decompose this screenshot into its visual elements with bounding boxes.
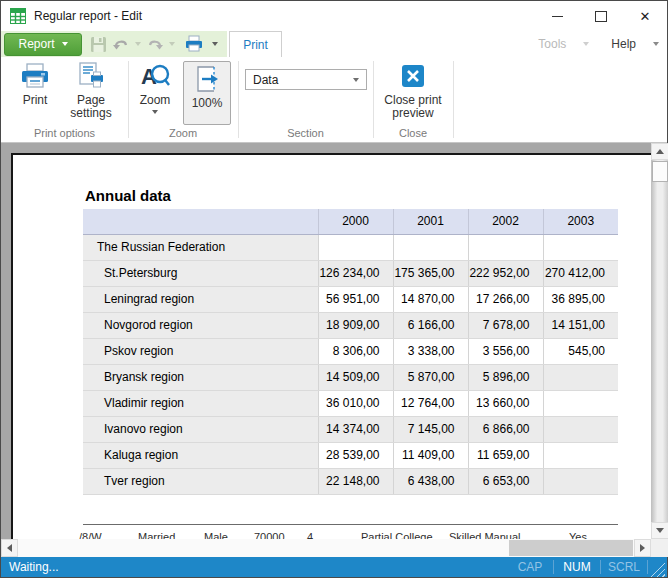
horizontal-scrollbar[interactable] xyxy=(1,539,651,557)
minimize-button[interactable] xyxy=(535,1,579,31)
maximize-button[interactable] xyxy=(579,1,623,31)
table-cell xyxy=(393,234,468,260)
table-cell: 14 151,00 xyxy=(543,312,618,338)
arrow-left-icon xyxy=(7,544,12,552)
table-cell: 14 870,00 xyxy=(393,286,468,312)
redo-dropdown-icon[interactable] xyxy=(169,42,175,46)
clipped-cell-text: Married xyxy=(138,531,175,539)
help-dropdown-icon[interactable] xyxy=(653,42,659,46)
table-row: Pskov region8 306,003 338,003 556,00545,… xyxy=(83,338,618,364)
page-settings-label: Page settings xyxy=(64,94,118,120)
report-title: Annual data xyxy=(85,187,171,204)
table-cell xyxy=(543,234,618,260)
tab-print[interactable]: Print xyxy=(229,31,282,57)
status-message: Waiting... xyxy=(9,560,59,574)
clipped-cell-text: Skilled Manual xyxy=(449,531,521,539)
status-flag-num: NUM xyxy=(554,560,600,574)
vertical-scroll-thumb[interactable] xyxy=(652,161,668,182)
scroll-left-button[interactable] xyxy=(1,539,18,557)
table-cell: 12 764,00 xyxy=(393,390,468,416)
horizontal-scroll-thumb[interactable] xyxy=(509,540,633,556)
group-label-zoom: Zoom xyxy=(128,127,238,139)
table-cell: 6 438,00 xyxy=(393,468,468,494)
table-cell: 3 556,00 xyxy=(468,338,543,364)
scroll-right-button[interactable] xyxy=(634,539,651,557)
table-cell: 11 659,00 xyxy=(468,442,543,468)
report-page: Annual data 2000200120022003The Russian … xyxy=(11,153,651,539)
section-select-caret-icon xyxy=(353,78,359,82)
group-label-close: Close xyxy=(373,127,453,139)
table-row: Vladimir region36 010,0012 764,0013 660,… xyxy=(83,390,618,416)
table-row: Novgorod region18 909,006 166,007 678,00… xyxy=(83,312,618,338)
undo-icon[interactable] xyxy=(112,36,130,52)
row-label: Novgorod region xyxy=(83,312,318,338)
help-menu[interactable]: Help xyxy=(611,37,636,51)
clipped-cell-text: Partial College xyxy=(361,531,433,539)
arrow-right-icon xyxy=(640,544,645,552)
row-label: Vladimir region xyxy=(83,390,318,416)
table-cell: 7 678,00 xyxy=(468,312,543,338)
tools-dropdown-icon[interactable] xyxy=(583,42,589,46)
table-cell xyxy=(543,416,618,442)
zoom-dropdown-button[interactable]: A Zoom xyxy=(132,61,178,114)
row-label: Bryansk region xyxy=(83,364,318,390)
print-dropdown-icon[interactable] xyxy=(212,42,218,46)
app-icon xyxy=(10,8,26,24)
scroll-down-button[interactable] xyxy=(651,522,668,539)
close-button[interactable]: ✕ xyxy=(623,1,667,31)
print-quick-icon[interactable] xyxy=(184,35,204,53)
scroll-up-button[interactable] xyxy=(651,143,668,160)
page-settings-button[interactable]: Page settings xyxy=(63,61,119,120)
table-cell: 7 145,00 xyxy=(393,416,468,442)
clipped-cell-text: Yes xyxy=(569,531,587,539)
tools-menu[interactable]: Tools xyxy=(538,37,566,51)
toolbar-row: Report xyxy=(1,31,667,57)
tab-print-label: Print xyxy=(243,38,268,52)
zoom-caret-icon xyxy=(152,110,158,114)
group-label-section: Section xyxy=(238,127,373,139)
redo-icon[interactable] xyxy=(146,36,164,52)
table-cell: 6 866,00 xyxy=(468,416,543,442)
zoom-100-button[interactable]: 100% xyxy=(183,61,231,125)
row-label: The Russian Federation xyxy=(83,234,318,260)
status-flags: CAPNUMSCRL xyxy=(507,557,667,577)
print-preview-area[interactable]: Annual data 2000200120022003The Russian … xyxy=(1,143,651,539)
report-table: 2000200120022003The Russian FederationSt… xyxy=(83,209,618,495)
clipped-cell-text: 70000 xyxy=(254,531,285,539)
clipped-cell-text: Male xyxy=(204,531,228,539)
table-cell: 17 266,00 xyxy=(468,286,543,312)
table-cell: 11 409,00 xyxy=(393,442,468,468)
table-cell: 56 951,00 xyxy=(318,286,393,312)
close-print-preview-button[interactable]: Close print preview xyxy=(380,61,446,120)
table-cell: 36 010,00 xyxy=(318,390,393,416)
resize-grip[interactable] xyxy=(650,562,665,577)
row-label: Leningrad region xyxy=(83,286,318,312)
table-cell: 545,00 xyxy=(543,338,618,364)
arrow-down-icon xyxy=(656,528,664,533)
table-cell: 18 909,00 xyxy=(318,312,393,338)
row-label: Kaluga region xyxy=(83,442,318,468)
vertical-scrollbar[interactable] xyxy=(651,143,668,539)
print-button[interactable]: Print xyxy=(11,61,59,107)
zoom-100-icon xyxy=(194,65,220,93)
close-preview-label: Close print preview xyxy=(381,94,445,120)
table-cell: 22 148,00 xyxy=(318,468,393,494)
close-icon: ✕ xyxy=(640,10,651,23)
table-cell: 3 338,00 xyxy=(393,338,468,364)
table-cell: 126 234,00 xyxy=(318,260,393,286)
section-select[interactable]: Data xyxy=(245,69,367,90)
table-header-row: 2000200120022003 xyxy=(83,209,618,234)
printer-icon xyxy=(19,63,51,89)
undo-dropdown-icon[interactable] xyxy=(135,42,141,46)
table-cell: 5 870,00 xyxy=(393,364,468,390)
table-row: Kaluga region28 539,0011 409,0011 659,00 xyxy=(83,442,618,468)
report-menu-label: Report xyxy=(18,37,54,51)
page-settings-icon xyxy=(76,62,106,90)
zoom-label: Zoom xyxy=(140,94,171,107)
tab-strip: Print Tools Help xyxy=(227,31,667,57)
status-bar: Waiting... CAPNUMSCRL xyxy=(1,557,667,577)
report-menu-button[interactable]: Report xyxy=(4,33,82,56)
table-cell: 270 412,00 xyxy=(543,260,618,286)
clipped-row: /8/WMarriedMale700004Partial CollegeSkil… xyxy=(13,531,651,539)
save-icon[interactable] xyxy=(90,36,107,53)
